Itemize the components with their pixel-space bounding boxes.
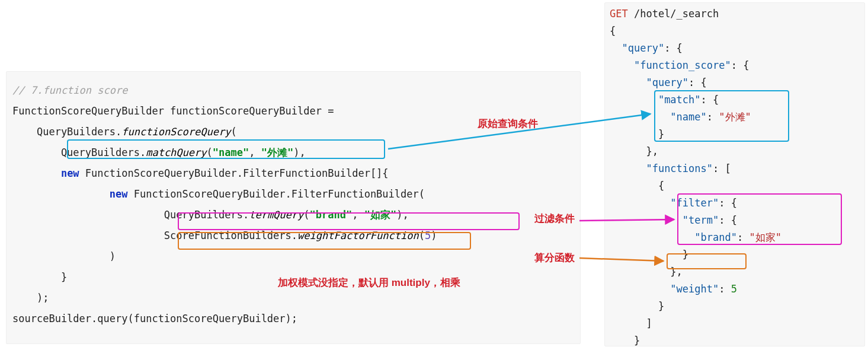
- java-code-panel: // 7.function score FunctionScoreQueryBu…: [6, 71, 581, 344]
- code-line: }: [12, 267, 574, 288]
- code-line-match: QueryBuilders.matchQuery("name", "外滩"),: [12, 142, 574, 163]
- json-dsl-panel: GET /hotel/_search { "query": { "functio…: [604, 2, 865, 346]
- dsl-line-term: "term": {: [610, 212, 860, 229]
- code-line: new FunctionScoreQueryBuilder.FilterFunc…: [12, 163, 574, 184]
- dsl-line: ]: [610, 315, 860, 332]
- dsl-line: "name": "外滩": [610, 109, 860, 126]
- dsl-line: {: [610, 23, 860, 40]
- code-line-weight: ScoreFunctionBuilders.weightFactorFuncti…: [12, 225, 574, 246]
- dsl-line: }: [610, 246, 860, 263]
- code-comment: // 7.function score: [12, 80, 574, 101]
- dsl-line-weight: "weight": 5: [610, 281, 860, 298]
- dsl-line: },: [610, 263, 860, 281]
- dsl-line: },: [610, 143, 860, 160]
- dsl-line: "query": {: [610, 74, 860, 91]
- dsl-line: {: [610, 177, 860, 195]
- code-line: ): [12, 246, 574, 267]
- dsl-line: "function_score": {: [610, 57, 860, 74]
- code-line: QueryBuilders.functionScoreQuery(: [12, 122, 574, 142]
- dsl-line: }: [610, 332, 860, 349]
- code-line: );: [12, 288, 574, 308]
- dsl-line: "brand": "如家": [610, 229, 860, 246]
- dsl-line: GET /hotel/_search: [610, 5, 860, 23]
- code-line: FunctionScoreQueryBuilder functionScoreQ…: [12, 101, 574, 122]
- dsl-line: "query": {: [610, 40, 860, 57]
- dsl-line: }: [610, 126, 860, 143]
- code-line: new FunctionScoreQueryBuilder.FilterFunc…: [12, 184, 574, 205]
- dsl-line: }: [610, 298, 860, 315]
- code-line: sourceBuilder.query(functionScoreQueryBu…: [12, 308, 574, 329]
- dsl-line: "functions": [: [610, 160, 860, 177]
- dsl-line: "filter": {: [610, 195, 860, 212]
- code-line-term: QueryBuilders.termQuery("brand", "如家"),: [12, 205, 574, 225]
- dsl-line-match: "match": {: [610, 91, 860, 109]
